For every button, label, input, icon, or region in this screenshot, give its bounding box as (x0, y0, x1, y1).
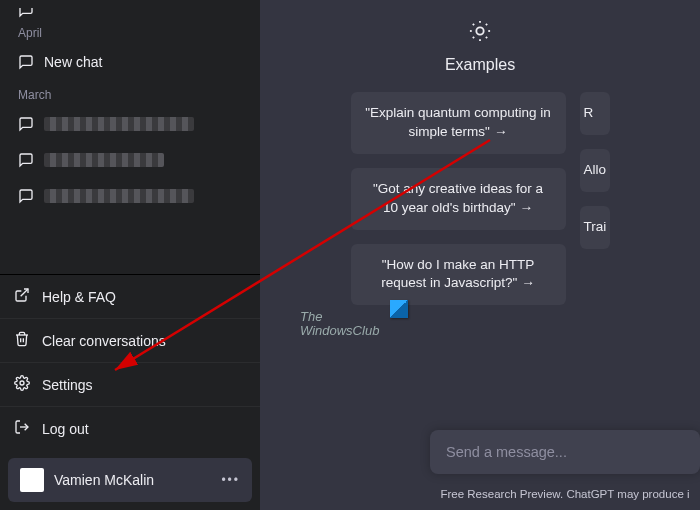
card-column-1: "Explain quantum computing in simple ter… (351, 92, 566, 305)
user-profile[interactable]: Vamien McKalin ••• (8, 458, 252, 502)
message-input-bar: Send a message... (430, 430, 700, 474)
message-input[interactable]: Send a message... (430, 430, 700, 474)
example-card[interactable]: "Explain quantum computing in simple ter… (351, 92, 566, 154)
menu-label: Clear conversations (42, 333, 166, 349)
settings-item[interactable]: Settings (0, 362, 260, 406)
example-card[interactable]: "How do I make an HTTP request in Javasc… (351, 244, 566, 306)
examples-heading: Examples (445, 56, 515, 74)
svg-line-0 (21, 289, 28, 296)
clear-conversations-item[interactable]: Clear conversations (0, 318, 260, 362)
arrow-icon: → (494, 123, 508, 142)
external-link-icon (14, 287, 30, 306)
avatar (20, 468, 44, 492)
menu-label: Help & FAQ (42, 289, 116, 305)
svg-line-11 (486, 24, 487, 25)
redacted-label (44, 117, 194, 131)
card-text: "How do I make an HTTP request in Javasc… (381, 257, 534, 291)
card-text: "Got any creative ideas for a 10 year ol… (373, 181, 543, 215)
svg-line-7 (486, 37, 487, 38)
card-text: Trai (584, 219, 607, 234)
card-text: "Explain quantum computing in simple ter… (365, 105, 551, 139)
chat-item-label: New chat (44, 54, 102, 70)
watermark: The WindowsClub (300, 310, 379, 339)
svg-point-3 (476, 27, 483, 34)
main-content: Examples "Explain quantum computing in s… (260, 0, 700, 510)
menu-label: Settings (42, 377, 93, 393)
sidebar-scroll: April New chat March (0, 0, 260, 274)
example-card-cut[interactable]: Allo (580, 149, 610, 192)
chat-item-redacted[interactable] (8, 142, 252, 178)
more-icon[interactable]: ••• (221, 473, 240, 487)
card-text: Allo (584, 162, 607, 177)
chat-icon (18, 8, 34, 18)
chat-icon (18, 188, 34, 204)
help-faq-item[interactable]: Help & FAQ (0, 275, 260, 318)
sidebar: April New chat March (0, 0, 260, 510)
example-card[interactable]: "Got any creative ideas for a 10 year ol… (351, 168, 566, 230)
chat-icon (18, 116, 34, 132)
trash-icon (14, 331, 30, 350)
watermark-line1: The (300, 310, 379, 324)
chat-icon (18, 54, 34, 70)
svg-line-6 (473, 24, 474, 25)
arrow-icon: → (520, 199, 534, 218)
chat-item-new-chat[interactable]: New chat (8, 44, 252, 80)
gear-icon (14, 375, 30, 394)
footer-disclaimer: Free Research Preview. ChatGPT may produ… (430, 488, 700, 500)
example-card-cut[interactable]: R (580, 92, 610, 135)
chat-item-redacted[interactable] (8, 106, 252, 142)
menu-label: Log out (42, 421, 89, 437)
watermark-line2: WindowsClub (300, 324, 379, 338)
card-text: R (584, 105, 594, 120)
svg-point-1 (20, 381, 24, 385)
section-label-march: March (8, 80, 252, 106)
card-column-2-cut: R Allo Trai (580, 92, 610, 305)
redacted-label (44, 189, 194, 203)
logout-icon (14, 419, 30, 438)
bottom-menu: Help & FAQ Clear conversations Settings … (0, 274, 260, 450)
redacted-label (44, 153, 164, 167)
svg-line-10 (473, 37, 474, 38)
user-name: Vamien McKalin (54, 472, 154, 488)
logout-item[interactable]: Log out (0, 406, 260, 450)
chat-item-redacted[interactable] (8, 178, 252, 214)
example-cards: "Explain quantum computing in simple ter… (351, 92, 610, 305)
watermark-logo (390, 300, 408, 318)
chat-item-truncated[interactable] (8, 8, 252, 18)
example-card-cut[interactable]: Trai (580, 206, 610, 249)
arrow-icon: → (521, 274, 535, 293)
section-label-april: April (8, 18, 252, 44)
sun-icon (469, 20, 491, 46)
chat-icon (18, 152, 34, 168)
